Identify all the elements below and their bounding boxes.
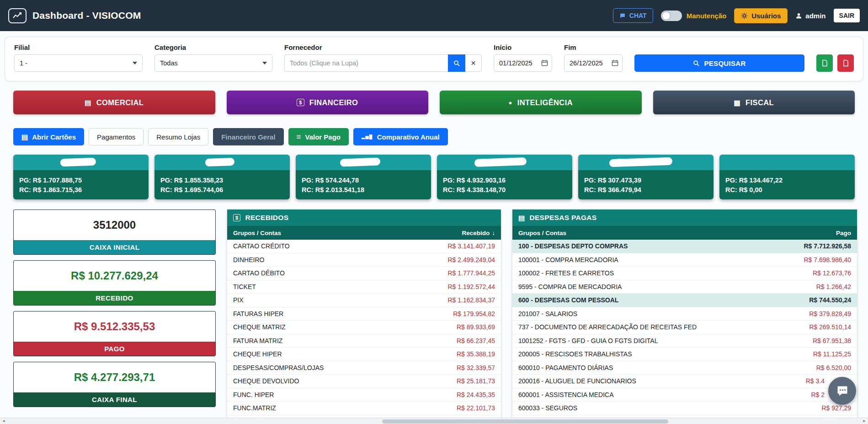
summary-rc-value: RC: R$ 1.695.744,06 <box>160 186 284 193</box>
users-button-label: Usuários <box>751 12 781 20</box>
tab-button[interactable]: Pagamentos <box>89 128 144 145</box>
summary-rc-value: RC: R$ 4.338.148,70 <box>443 186 566 193</box>
row-value: R$ 89.933,69 <box>457 323 495 331</box>
fornecedor-label: Fornecedor <box>284 43 482 51</box>
search-button[interactable]: PESQUISAR <box>634 54 804 72</box>
summary-card-body: PG: R$ 574.244,78 RC: R$ 2.013.541,18 <box>296 170 431 199</box>
summary-pg-value: PG: R$ 1.707.888,75 <box>19 177 143 184</box>
row-value: R$ 1.162.834,37 <box>447 296 495 304</box>
row-value: R$ 1.192.572,44 <box>447 283 495 290</box>
total-card: R$ 9.512.335,53 PAGO <box>13 311 216 356</box>
row-value: R$ 11.125,25 <box>813 350 851 358</box>
tab-button[interactable]: Valor Pago <box>288 128 349 145</box>
module-icon <box>85 99 91 106</box>
topbar-actions: CHAT Manutenção Usuários <box>613 8 860 23</box>
module-button[interactable]: INTELIGÊNCIA <box>440 91 642 114</box>
recebidos-col-value[interactable]: Recebido↓ <box>462 230 495 236</box>
row-name: PIX <box>233 296 244 304</box>
table-row: FUNC. HIPER R$ 24.435,35 <box>227 388 501 402</box>
module-button[interactable]: COMERCIAL <box>13 91 215 114</box>
fornecedor-field: Fornecedor × <box>284 43 482 72</box>
current-user[interactable]: admin <box>795 12 825 20</box>
chart-line-icon <box>12 12 22 19</box>
maintenance-toggle[interactable] <box>661 11 682 21</box>
users-button[interactable]: Usuários <box>734 8 788 23</box>
filial-field: Filial 1 - <box>14 43 143 72</box>
despesas-panel-title: DESPESAS PAGAS <box>529 214 596 222</box>
scrollbar-thumb[interactable] <box>382 419 669 424</box>
fornecedor-search-button[interactable] <box>448 54 465 72</box>
inicio-date-wrap <box>494 54 552 72</box>
chat-fab-button[interactable] <box>828 377 856 405</box>
export-pdf-button[interactable] <box>837 54 854 72</box>
table-row: 600 - DESPESAS COM PESSOAL R$ 744.550,24 <box>512 294 857 307</box>
scroll-right-arrow-icon[interactable]: ► <box>861 418 868 424</box>
despesas-col-groups: Grupos / Contas <box>518 230 566 236</box>
filial-select[interactable]: 1 - <box>14 54 143 72</box>
module-icon <box>509 100 512 106</box>
totals-column: 3512000 CAIXA INICIAL R$ 10.277.629,24 R… <box>13 209 216 418</box>
tab-label: Abrir Cartões <box>32 133 76 141</box>
summary-card-header <box>578 155 714 170</box>
tab-button[interactable]: Abrir Cartões <box>13 128 84 145</box>
table-row: CARTAO DÉBITO R$ 1.777.944,25 <box>227 267 501 280</box>
tab-button[interactable]: Financeiro Geral <box>213 128 283 145</box>
fim-date-input[interactable] <box>564 54 623 72</box>
row-name: DESPESAS/COMPRAS/LOJAS <box>233 364 324 371</box>
row-value: R$ 1.777.944,25 <box>447 269 495 277</box>
fornecedor-clear-button[interactable]: × <box>465 54 482 72</box>
tab-button[interactable]: Comparativo Anual <box>353 128 448 145</box>
summary-card-body: PG: R$ 307.473,39 RC: R$ 366.479,94 <box>578 170 714 199</box>
tab-label: Comparativo Anual <box>377 133 440 141</box>
inicio-date-input[interactable] <box>494 54 552 72</box>
inicio-field: Início <box>494 43 552 72</box>
tab-button[interactable]: Resumo Lojas <box>148 128 208 145</box>
summary-card-header <box>437 155 572 170</box>
logout-button[interactable]: SAIR <box>834 9 860 22</box>
app-logo <box>8 8 27 23</box>
despesas-columns-header: Grupos / Contas Pago <box>512 226 857 240</box>
row-name: CHEQUE HIPER <box>233 350 282 358</box>
categoria-label: Categoria <box>154 43 272 51</box>
export-buttons <box>816 54 854 72</box>
chat-button[interactable]: CHAT <box>613 8 653 23</box>
table-row: CHEQUE MATRIZ R$ 89.933,69 <box>227 321 501 334</box>
table-row: PIX R$ 1.162.834,37 <box>227 294 501 307</box>
horizontal-scrollbar[interactable]: ◄ ► <box>0 418 868 424</box>
search-button-label: PESQUISAR <box>704 59 746 67</box>
table-row: FATURA MATRIZ R$ 66.237,45 <box>227 334 501 348</box>
table-row: 737 - DOCUMENTO DE ARRECADAÇÃO DE RECEIT… <box>512 321 857 334</box>
redaction-mark <box>609 157 673 167</box>
row-name: FATURA MATRIZ <box>233 337 282 344</box>
table-row: 200005 - RESCISOES TRABALHISTAS R$ 11.12… <box>512 348 857 361</box>
export-excel-button[interactable] <box>816 54 833 72</box>
module-button[interactable]: FISCAL <box>653 91 855 114</box>
summary-rc-value: RC: R$ 0,00 <box>725 186 849 193</box>
recebidos-columns-header: Grupos / Contas Recebido↓ <box>227 226 501 240</box>
scroll-left-arrow-icon[interactable]: ◄ <box>0 418 7 424</box>
recebidos-panel-title: RECEBIDOS <box>245 214 288 222</box>
row-value: R$ 179.954,82 <box>453 310 495 317</box>
despesas-panel-header: DESPESAS PAGAS <box>512 209 857 226</box>
summary-card: PG: R$ 4.932.903,16 RC: R$ 4.338.148,70 <box>437 155 572 199</box>
module-button[interactable]: FINANCEIRO <box>227 91 429 114</box>
row-name: CARTAO CRÉDITO <box>233 242 290 250</box>
categoria-field: Categoria Todas <box>154 43 272 72</box>
row-name: 201007 - SALARIOS <box>518 310 577 317</box>
table-row: TICKET R$ 1.192.572,44 <box>227 280 501 294</box>
categoria-select[interactable]: Todas <box>154 54 272 72</box>
fornecedor-input[interactable] <box>284 54 448 72</box>
summary-rc-value: RC: R$ 1.863.715,36 <box>19 186 143 193</box>
tabs-row: Abrir Cartões Pagamentos Resumo Lojas Fi… <box>13 128 855 145</box>
row-value: R$ 2.499.249,04 <box>447 256 495 263</box>
row-name: 100 - DESPESAS DEPTO COMPRAS <box>518 242 628 250</box>
table-row: 100001 - COMPRA MERCADORIA R$ 7.698.986,… <box>512 253 857 267</box>
summary-card-body: PG: R$ 1.707.888,75 RC: R$ 1.863.715,36 <box>13 170 149 199</box>
tab-icon <box>362 135 373 139</box>
dashboard-page: Dashboard - VISIOCOM CHAT Manutenção <box>0 0 868 424</box>
row-value: R$ 3.141.407,19 <box>447 242 495 250</box>
fim-date-wrap <box>564 54 623 72</box>
tab-icon <box>21 134 28 140</box>
modules-row: COMERCIAL FINANCEIRO INTELIGÊNCIA FISCAL <box>13 91 855 114</box>
summary-cards-row: PG: R$ 1.707.888,75 RC: R$ 1.863.715,36 … <box>13 155 855 199</box>
